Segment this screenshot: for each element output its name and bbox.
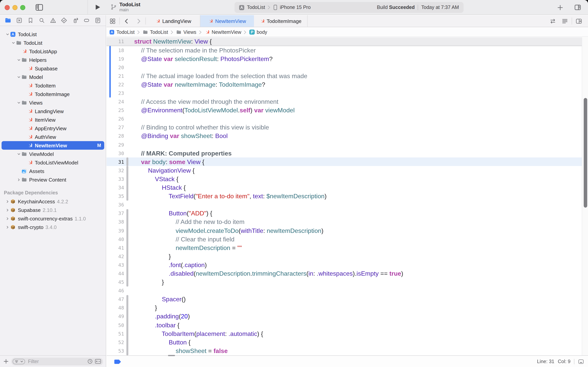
scheme-selector[interactable]: TodoList iPhone 15 Pro [235,4,377,10]
sidebar-item-viewmodel[interactable]: ViewModel [0,150,106,158]
code-line-22[interactable]: 22 @State var newItemImage: TodoItemImag… [107,80,588,89]
code-line-27[interactable]: 27 // Binding to control whether this vi… [107,123,588,132]
swap-editor-icon[interactable] [549,18,556,24]
code-line-29[interactable]: 29 [107,140,588,149]
breakpoint-navigator-icon[interactable] [83,17,90,24]
code-line-28[interactable]: 28 @Binding var showSheet: Bool [107,132,588,140]
line-number[interactable]: 34 [107,185,124,191]
code-line-18[interactable]: 18 // The selection made in the PhotosPi… [107,46,588,54]
sidebar-item-views[interactable]: Views [0,98,106,107]
package-item-supabase[interactable]: Supabase2.10.1 [0,206,106,214]
breadcrumb-item-todolist[interactable]: TodoList [109,29,134,35]
line-number[interactable]: 24 [107,99,124,105]
code-line-31[interactable]: 31 var body: some View { [107,158,588,166]
sidebar-item-todolist[interactable]: TodoList [0,39,106,47]
breadcrumb-item-newitemview[interactable]: NewItemView [205,29,241,35]
code-line-43[interactable]: 43 .font(.caption) [107,261,588,269]
line-number[interactable]: 47 [107,296,124,302]
chevron-down-icon[interactable] [17,58,21,62]
line-number[interactable]: 30 [107,150,124,156]
code-line-19[interactable]: 19 @State var selectionResult: PhotosPic… [107,54,588,63]
code-line-41[interactable]: 41 newItemDescription = "" [107,243,588,252]
code-line-20[interactable]: 20 [107,63,588,72]
go-back-icon[interactable] [123,18,130,24]
line-number[interactable]: 29 [107,142,124,148]
filter-options-icon[interactable] [12,358,26,365]
filter-field[interactable]: Filter [11,358,103,365]
sidebar-item-authview[interactable]: AuthView [0,133,106,141]
chevron-right-icon[interactable] [5,216,10,221]
recents-clock-icon[interactable] [87,359,93,364]
report-navigator-icon[interactable] [94,17,101,24]
code-line-37[interactable]: 37 Button("ADD") { [107,209,588,218]
sidebar-item-helpers[interactable]: Helpers [0,56,106,64]
tab-todoitemimage[interactable]: TodoItemImage [254,15,308,27]
chevron-right-icon[interactable] [5,208,10,212]
code-line-45[interactable]: 45 } [107,278,588,286]
zoom-window-button[interactable] [20,5,25,10]
code-line-53[interactable]: 53 showSheet = false [107,347,588,355]
sidebar-item-todolistapp[interactable]: TodoListApp [0,47,106,56]
line-number[interactable]: 31 [107,159,124,165]
chevron-right-icon[interactable] [5,199,10,203]
code-line-33[interactable]: 33 VStack { [107,175,588,183]
breadcrumb-item-body[interactable]: Pbody [250,29,267,35]
run-button[interactable] [94,3,101,11]
add-file-button[interactable] [3,359,9,364]
sidebar-item-todolist[interactable]: TodoList [0,30,106,39]
sidebar-item-supabase[interactable]: Supabase [0,64,106,73]
line-number[interactable]: 26 [107,116,124,122]
line-number[interactable]: 44 [107,271,124,276]
sidebar-item-itemview[interactable]: ItemView [0,116,106,124]
line-number[interactable]: 27 [107,125,124,130]
code-line-21[interactable]: 21 // The actual image loaded from the s… [107,72,588,80]
minimap-lines-icon[interactable] [562,18,568,24]
line-number[interactable]: 43 [107,262,124,268]
horizontal-scrollbar-thumb[interactable] [168,355,175,356]
line-number[interactable]: 39 [107,228,124,234]
scrollbar-track[interactable] [582,37,588,355]
chevron-down-icon[interactable] [17,152,21,156]
line-number[interactable]: 25 [107,107,124,113]
code-lines[interactable]: 18 // The selection made in the PhotosPi… [107,46,588,355]
chevron-down-icon[interactable] [17,75,21,79]
code-line-42[interactable]: 42 } [107,252,588,261]
related-items-icon[interactable] [109,18,116,24]
chevron-down-icon[interactable] [11,41,15,45]
line-number[interactable]: 36 [107,202,124,208]
line-number[interactable]: 28 [107,133,124,139]
sidebar-item-preview-content[interactable]: Preview Content [0,175,106,184]
code-line-50[interactable]: 50 .toolbar { [107,321,588,329]
toggle-navigator-icon[interactable] [35,3,43,12]
chevron-down-icon[interactable] [17,100,21,105]
chevron-right-icon[interactable] [17,177,21,182]
sidebar-item-model[interactable]: Model [0,73,106,81]
add-editor-split-icon[interactable] [576,18,582,24]
code-line-24[interactable]: 24 // Access the view model through the … [107,97,588,106]
code-line-26[interactable]: 26 [107,115,588,123]
test-navigator-icon[interactable] [61,17,67,24]
package-item-swift-crypto[interactable]: swift-crypto3.4.0 [0,223,106,231]
source-control-filter-icon[interactable] [94,359,101,364]
go-forward-icon[interactable] [135,18,142,24]
line-number[interactable]: 33 [107,176,124,182]
chevron-right-icon[interactable] [5,225,10,229]
chevron-down-icon[interactable] [5,32,10,36]
code-line-52[interactable]: 52 Button { [107,338,588,346]
code-line-38[interactable]: 38 // Add the new to-do item [107,218,588,226]
line-number[interactable]: 37 [107,210,124,216]
tab-landingview[interactable]: LandingView [147,15,200,27]
line-number[interactable]: 50 [107,322,124,328]
sidebar-item-todolistviewmodel[interactable]: TodoListViewModel [0,158,106,167]
sidebar-item-newitemview[interactable]: NewItemViewM [0,141,106,150]
line-number[interactable]: 41 [107,245,124,250]
activity-viewer[interactable]: TodoList iPhone 15 Pro Build Succeeded T… [235,2,463,13]
project-navigator-icon[interactable] [5,17,11,24]
line-number[interactable]: 40 [107,236,124,242]
code-line-34[interactable]: 34 HStack { [107,183,588,192]
code-line-39[interactable]: 39 viewModel.createToDo(withTitle: newIt… [107,226,588,235]
code-line-23[interactable]: 23 [107,89,588,97]
line-number[interactable]: 42 [107,253,124,259]
line-number[interactable]: 38 [107,219,124,225]
issue-navigator-icon[interactable] [50,17,56,24]
